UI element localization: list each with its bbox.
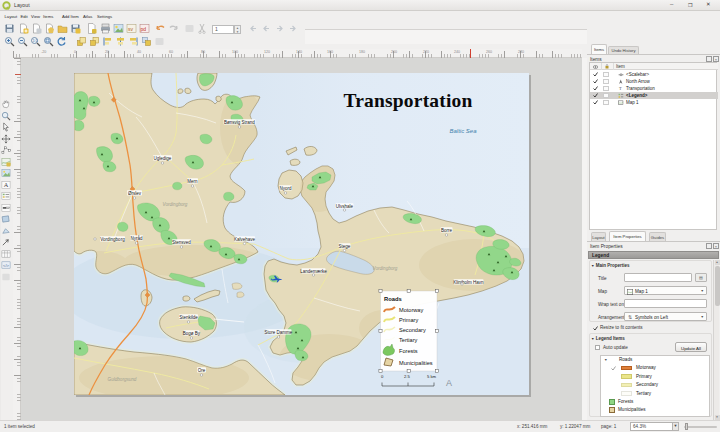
svg-text:Vordingborg: Vordingborg xyxy=(162,202,187,207)
svg-text:Secondary: Secondary xyxy=(399,327,426,333)
svg-text:Vordingborg: Vordingborg xyxy=(100,237,125,242)
svg-text:Ulvshale: Ulvshale xyxy=(335,204,353,209)
svg-text:Stenkilde: Stenkilde xyxy=(179,315,198,320)
svg-text:Tertiary: Tertiary xyxy=(399,337,418,343)
svg-text:Mern: Mern xyxy=(187,179,198,184)
svg-text:Stege: Stege xyxy=(338,244,350,249)
svg-text:Stensved: Stensved xyxy=(172,240,191,245)
svg-text:5 km: 5 km xyxy=(427,374,437,379)
svg-text:Baltic Sea: Baltic Sea xyxy=(449,128,477,134)
svg-text:Nyråd: Nyråd xyxy=(130,235,143,241)
svg-text:Ore: Ore xyxy=(197,368,205,373)
svg-text:Motorway: Motorway xyxy=(399,307,423,313)
svg-text:T: T xyxy=(619,86,622,91)
svg-text:Store Damme: Store Damme xyxy=(264,330,292,335)
svg-text:Bønsvig Strand: Bønsvig Strand xyxy=(224,120,255,125)
svg-text:Ugledige: Ugledige xyxy=(153,156,171,161)
svg-text:Klintholm Havn: Klintholm Havn xyxy=(453,280,484,285)
svg-text:2.5: 2.5 xyxy=(404,374,410,379)
svg-text:Landemærke: Landemærke xyxy=(300,269,327,274)
svg-text:</>: </> xyxy=(3,263,10,268)
svg-text:pd: pd xyxy=(141,26,147,32)
svg-text:Guldborgsund: Guldborgsund xyxy=(107,377,136,382)
svg-text:Kalvehave: Kalvehave xyxy=(233,237,255,242)
svg-text:1:1: 1:1 xyxy=(33,39,38,43)
svg-text:A: A xyxy=(445,378,451,388)
svg-text:Nyord: Nyord xyxy=(279,186,292,191)
svg-text:Ørslev: Ørslev xyxy=(127,191,141,196)
svg-text:Roads: Roads xyxy=(384,296,402,302)
svg-text:Bogø By: Bogø By xyxy=(182,331,200,336)
svg-text:Municipalities: Municipalities xyxy=(399,360,433,366)
svg-text:Primary: Primary xyxy=(399,317,418,323)
svg-text:A: A xyxy=(4,181,9,188)
svg-text:Vordingborg: Vordingborg xyxy=(372,266,397,271)
svg-text:Borre: Borre xyxy=(440,228,452,233)
svg-text:Forests: Forests xyxy=(399,348,418,354)
svg-text:sv: sv xyxy=(128,26,134,32)
svg-text:Transportation: Transportation xyxy=(343,90,472,111)
